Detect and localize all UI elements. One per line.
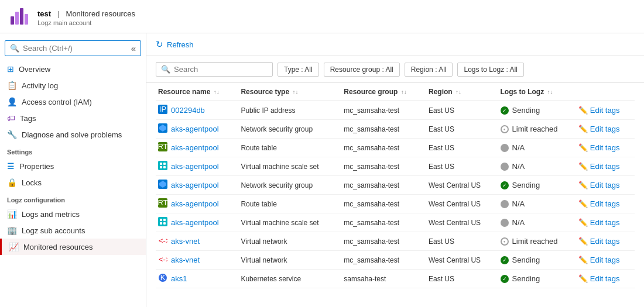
resource-name-link[interactable]: 002294db [171, 106, 205, 115]
status-badge: N/A [501, 143, 571, 152]
status-label: Sending [512, 256, 540, 264]
table-row: aks-agentpool Network security group mc_… [156, 120, 635, 139]
status-label: Sending [512, 106, 540, 115]
refresh-button[interactable]: ↻ Refresh [156, 39, 194, 50]
edit-tags-link[interactable]: ✏️Edit tags [578, 256, 630, 264]
cell-resource-type: Virtual network [238, 251, 341, 270]
resource-group-filter[interactable]: Resource group : All [324, 63, 400, 77]
table-row: aks-agentpool Virtual machine scale set … [156, 213, 635, 232]
sort-arrows-name[interactable]: ↑↓ [214, 89, 220, 95]
resource-name-link[interactable]: aks1 [171, 274, 187, 283]
edit-tags-link[interactable]: ✏️Edit tags [578, 125, 630, 133]
edit-icon: ✏️ [578, 218, 588, 227]
edit-tags-link[interactable]: ✏️Edit tags [578, 274, 630, 283]
sending-dot [501, 181, 509, 189]
sidebar-search-box[interactable]: 🔍 « [5, 40, 141, 56]
edit-tags-link[interactable]: ✏️Edit tags [578, 237, 630, 246]
col-resource-name: Resource name ↑↓ [156, 83, 238, 101]
table-header-row: Resource name ↑↓ Resource type ↑↓ Resour… [156, 83, 635, 101]
cell-region: West Central US [426, 213, 498, 232]
cell-resource-type: Kubernetes service [238, 270, 341, 288]
logs-to-logz-filter[interactable]: Logs to Logz : All [457, 63, 523, 77]
sidebar-item-logz-sub[interactable]: 🏢 Logz sub accounts [0, 222, 146, 239]
svg-rect-21 [163, 222, 166, 225]
sidebar-item-label: Access control (IAM) [22, 98, 92, 106]
collapse-button[interactable]: « [131, 43, 136, 53]
overview-icon: ⊞ [7, 64, 14, 74]
resource-type-icon [158, 180, 167, 191]
na-dot [501, 144, 509, 152]
status-label: Limit reached [512, 125, 558, 133]
tags-icon: 🏷 [7, 113, 15, 123]
edit-tags-link[interactable]: ✏️Edit tags [578, 218, 630, 227]
cell-edit-tags: ✏️Edit tags [576, 120, 635, 139]
resource-name-link[interactable]: aks-vnet [171, 237, 200, 246]
sidebar-item-tags[interactable]: 🏷 Tags [0, 110, 146, 126]
logz-config-section-label: Logz configuration [0, 191, 146, 206]
svg-rect-9 [158, 161, 167, 170]
limit-dot [501, 237, 509, 246]
sidebar-item-iam[interactable]: 👤 Access control (IAM) [0, 94, 146, 110]
sidebar-search-input[interactable] [23, 44, 128, 53]
cell-resource-type: Public IP address [238, 101, 341, 120]
cell-resource-group: mc_samsaha-test [341, 120, 426, 139]
region-filter[interactable]: Region : All [405, 63, 453, 77]
edit-tags-link[interactable]: ✏️Edit tags [578, 181, 630, 189]
status-badge: Limit reached [501, 237, 571, 246]
locks-icon: 🔒 [7, 178, 17, 187]
cell-logs-status: N/A [498, 195, 576, 213]
status-label: Sending [512, 274, 540, 283]
cell-region: East US [426, 157, 498, 176]
filter-search-input[interactable] [174, 65, 272, 74]
svg-rect-3 [25, 14, 28, 25]
svg-rect-19 [163, 219, 166, 221]
edit-tags-link[interactable]: ✏️Edit tags [578, 106, 630, 115]
status-badge: N/A [501, 162, 571, 171]
cell-resource-group: mc_samsaha-test [341, 251, 426, 270]
sort-arrows-logs[interactable]: ↑↓ [547, 89, 553, 95]
resource-name-link[interactable]: aks-agentpool [171, 199, 219, 208]
sidebar-item-locks[interactable]: 🔒 Locks [0, 174, 146, 191]
sidebar-item-activity-log[interactable]: 📋 Activity log [0, 77, 146, 94]
cell-edit-tags: ✏️Edit tags [576, 270, 635, 288]
resource-type-icon: <-> [158, 254, 167, 265]
edit-tags-link[interactable]: ✏️Edit tags [578, 143, 630, 152]
sending-dot [501, 275, 509, 283]
resource-name-link[interactable]: aks-agentpool [171, 181, 219, 189]
type-filter[interactable]: Type : All [278, 63, 319, 77]
app-logo [9, 6, 30, 27]
edit-tags-link[interactable]: ✏️Edit tags [578, 199, 630, 208]
filter-search-box[interactable]: 🔍 [156, 62, 273, 77]
sort-arrows-type[interactable]: ↑↓ [292, 89, 298, 95]
monitored-icon: 📈 [9, 242, 19, 251]
sending-dot [501, 256, 509, 264]
refresh-label: Refresh [167, 40, 194, 49]
cell-resource-group: mc_samsaha-test [341, 157, 426, 176]
sidebar-item-properties[interactable]: ☰ Properties [0, 158, 146, 174]
resource-name-link[interactable]: aks-agentpool [171, 218, 219, 227]
cell-edit-tags: ✏️Edit tags [576, 157, 635, 176]
resource-name-link[interactable]: aks-agentpool [171, 143, 219, 152]
resource-name-link[interactable]: aks-agentpool [171, 125, 219, 133]
cell-resource-name: K aks1 [156, 270, 238, 288]
sidebar-item-diagnose[interactable]: 🔧 Diagnose and solve problems [0, 126, 146, 143]
sidebar-item-logs-metrics[interactable]: 📊 Logs and metrics [0, 206, 146, 222]
status-label: Sending [512, 181, 540, 189]
sidebar-item-monitored[interactable]: 📈 Monitored resources [0, 239, 146, 255]
col-actions [576, 83, 635, 101]
svg-rect-10 [160, 163, 162, 165]
na-dot [501, 219, 509, 227]
svg-text:RT: RT [158, 198, 167, 207]
na-dot [501, 200, 509, 208]
cell-resource-group: mc_samsaha-test [341, 176, 426, 195]
resource-name-link[interactable]: aks-agentpool [171, 162, 219, 171]
top-bar: test | Monitored resources Logz main acc… [0, 0, 644, 33]
sidebar-item-overview[interactable]: ⊞ Overview [0, 61, 146, 77]
main-toolbar: ↻ Refresh [146, 33, 644, 56]
edit-tags-link[interactable]: ✏️Edit tags [578, 162, 630, 171]
status-badge: Sending [501, 274, 571, 283]
sort-arrows-rg[interactable]: ↑↓ [401, 89, 407, 95]
main-content: ↻ Refresh 🔍 Type : All Resource group : … [146, 33, 644, 307]
resource-name-link[interactable]: aks-vnet [171, 256, 200, 264]
sort-arrows-region[interactable]: ↑↓ [455, 89, 461, 95]
